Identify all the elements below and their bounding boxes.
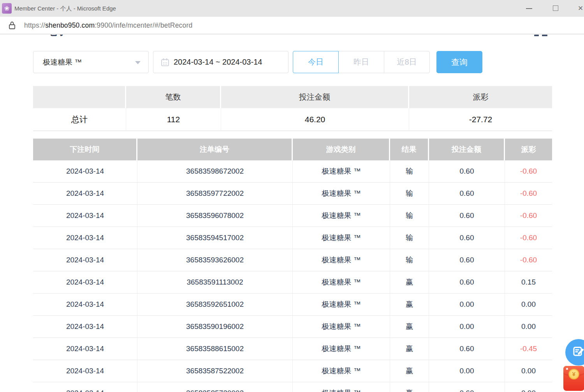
- cell-payout: 0.00: [505, 316, 552, 338]
- cell-bet-time: 2024-03-14: [33, 382, 137, 392]
- cell-result: 赢: [390, 294, 429, 315]
- summary-total-row: 总计 112 46.20 -27.72: [33, 108, 552, 130]
- feedback-edit-button[interactable]: [565, 339, 584, 366]
- game-select[interactable]: 极速糖果 ™: [33, 51, 149, 73]
- clipped-icon-fragment: [542, 35, 547, 36]
- sparkle-icon: [566, 368, 568, 370]
- bet-table-body: 2024-03-14 36583598672002 极速糖果 ™ 输 0.60 …: [33, 160, 552, 392]
- cell-game-type: 极速糖果 ™: [293, 294, 390, 315]
- summary-header-count: 笔数: [126, 86, 221, 108]
- date-range-picker[interactable]: 2024-03-14 ~ 2024-03-14: [153, 51, 288, 73]
- search-button[interactable]: 查询: [436, 51, 482, 73]
- table-row: 2024-03-14 36583590196002 极速糖果 ™ 赢 0.00 …: [33, 316, 552, 338]
- table-row: 2024-03-14 36583585720002 极速糖果 ™ 赢 0.60 …: [33, 382, 552, 392]
- header-game-type: 游戏类别: [293, 139, 390, 160]
- cell-bet-time: 2024-03-14: [33, 360, 137, 382]
- browser-address-bar[interactable]: https://shenbo950.com:9900/infe/mcenter/…: [0, 17, 584, 34]
- yesterday-button[interactable]: 昨日: [338, 51, 384, 73]
- cell-result: 输: [390, 205, 429, 227]
- cell-game-type: 极速糖果 ™: [293, 227, 390, 249]
- cell-bet-number: 36583585720002: [137, 382, 293, 392]
- last-8-days-button[interactable]: 近8日: [384, 51, 430, 73]
- cell-result: 输: [390, 160, 429, 182]
- close-button[interactable]: ✕: [572, 0, 584, 17]
- cell-payout: 0.15: [505, 271, 552, 293]
- cell-game-type: 极速糖果 ™: [293, 271, 390, 293]
- cell-result: 赢: [390, 360, 429, 382]
- table-row: 2024-03-14 36583597722002 极速糖果 ™ 输 0.60 …: [33, 183, 552, 205]
- cell-game-type: 极速糖果 ™: [293, 382, 390, 392]
- cell-game-type: 极速糖果 ™: [293, 338, 390, 360]
- header-payout: 派彩: [505, 139, 552, 160]
- cell-payout: -0.60: [505, 183, 552, 204]
- cell-result: 赢: [390, 338, 429, 360]
- table-row: 2024-03-14 36583588615002 极速糖果 ™ 赢 0.60 …: [33, 338, 552, 360]
- url-text[interactable]: https://shenbo950.com:9900/infe/mcenter/…: [24, 17, 192, 34]
- cell-payout: 0.00: [505, 360, 552, 382]
- red-packet-button[interactable]: ¥: [563, 366, 584, 391]
- url-path: :9900/infe/mcenter/#/betRecord: [95, 21, 192, 29]
- cell-bet-amount: 0.60: [429, 338, 505, 360]
- cell-bet-amount: 0.60: [429, 205, 505, 227]
- summary-payout-value: -27.72: [409, 108, 552, 130]
- url-domain: shenbo950.com: [45, 21, 95, 29]
- lock-icon[interactable]: [9, 21, 16, 31]
- header-bet-number: 注单编号: [137, 139, 293, 160]
- today-button[interactable]: 今日: [293, 51, 339, 73]
- edit-note-icon: [572, 345, 584, 360]
- cell-bet-number: 36583598672002: [137, 160, 293, 182]
- cell-result: 输: [390, 183, 429, 204]
- minimize-icon: [526, 8, 532, 9]
- cell-payout: -0.60: [505, 249, 552, 271]
- summary-count-value: 112: [126, 108, 221, 130]
- quick-date-button-group: 今日 昨日 近8日: [293, 51, 430, 73]
- window-title: Member Center - 个人 - Microsoft Edge: [14, 0, 116, 17]
- cell-bet-number: 36583596078002: [137, 205, 293, 227]
- cell-bet-amount: 0.60: [429, 160, 505, 182]
- clipped-icon-fragment: [534, 35, 539, 36]
- cell-bet-time: 2024-03-14: [33, 183, 137, 204]
- cell-bet-amount: 0.00: [429, 294, 505, 315]
- cell-game-type: 极速糖果 ™: [293, 316, 390, 338]
- calendar-icon: [160, 58, 170, 69]
- cell-result: 赢: [390, 271, 429, 293]
- cell-bet-number: 36583593626002: [137, 249, 293, 271]
- date-range-value: 2024-03-14 ~ 2024-03-14: [174, 51, 262, 73]
- cell-bet-amount: 0.00: [429, 360, 505, 382]
- cell-result: 输: [390, 227, 429, 249]
- summary-header-corner: [33, 86, 126, 108]
- minimize-button[interactable]: [520, 0, 538, 17]
- cell-bet-number: 36583587522002: [137, 360, 293, 382]
- cell-result: 输: [390, 249, 429, 271]
- cell-game-type: 极速糖果 ™: [293, 183, 390, 204]
- cell-bet-number: 36583592651002: [137, 294, 293, 315]
- cell-bet-number: 36583591113002: [137, 271, 293, 293]
- summary-bet-amount-value: 46.20: [221, 108, 409, 130]
- cell-bet-amount: 0.60: [429, 249, 505, 271]
- cell-bet-time: 2024-03-14: [33, 294, 137, 315]
- cell-payout: -0.60: [505, 160, 552, 182]
- cell-result: 赢: [390, 316, 429, 338]
- cell-game-type: 极速糖果 ™: [293, 360, 390, 382]
- cell-bet-number: 36583588615002: [137, 338, 293, 360]
- site-favicon-icon: ❀: [2, 3, 12, 14]
- table-row: 2024-03-14 36583598672002 极速糖果 ™ 输 0.60 …: [33, 160, 552, 183]
- cell-bet-amount: 0.00: [429, 316, 505, 338]
- cell-payout: 0.00: [505, 382, 552, 392]
- table-row: 2024-03-14 36583587522002 极速糖果 ™ 赢 0.00 …: [33, 360, 552, 382]
- summary-header-payout: 派彩: [409, 86, 552, 108]
- game-select-value: 极速糖果 ™: [43, 51, 82, 73]
- table-row: 2024-03-14 36583596078002 极速糖果 ™ 输 0.60 …: [33, 205, 552, 227]
- bet-record-table: 下注时间 注单编号 游戏类别 结果 投注金额 派彩 2024-03-14 365…: [33, 139, 552, 392]
- cell-payout: -0.45: [505, 338, 552, 360]
- maximize-button[interactable]: [547, 0, 565, 17]
- table-row: 2024-03-14 36583591113002 极速糖果 ™ 赢 0.60 …: [33, 271, 552, 294]
- cell-bet-amount: 0.60: [429, 183, 505, 204]
- table-row: 2024-03-14 36583594517002 极速糖果 ™ 输 0.60 …: [33, 227, 552, 249]
- header-bet-time: 下注时间: [33, 139, 137, 160]
- cell-payout: -0.60: [505, 205, 552, 227]
- url-scheme: https://: [24, 21, 45, 29]
- maximize-icon: [553, 5, 558, 11]
- chevron-down-icon: [135, 61, 141, 64]
- header-bet-amount: 投注金额: [429, 139, 505, 160]
